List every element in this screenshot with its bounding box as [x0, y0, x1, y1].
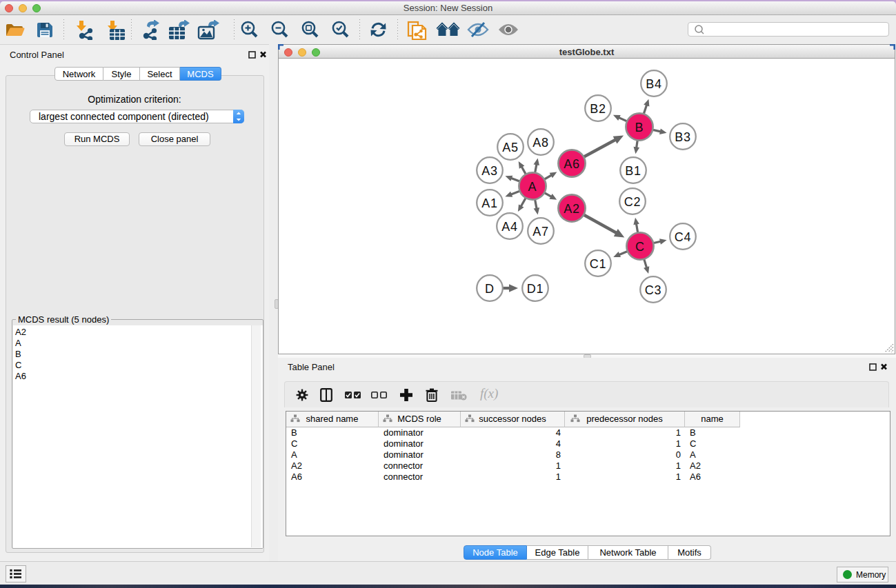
- svg-text:B3: B3: [675, 130, 691, 144]
- svg-text:C3: C3: [645, 283, 662, 297]
- svg-text:A6: A6: [564, 157, 580, 171]
- svg-text:A7: A7: [532, 225, 549, 239]
- svg-text:C2: C2: [624, 195, 641, 209]
- svg-text:A: A: [528, 180, 537, 194]
- svg-text:B2: B2: [590, 102, 606, 116]
- svg-text:C4: C4: [675, 230, 692, 244]
- svg-text:A8: A8: [532, 136, 549, 150]
- svg-text:A3: A3: [481, 164, 498, 178]
- svg-text:B: B: [635, 121, 644, 134]
- svg-text:D: D: [485, 282, 495, 296]
- svg-text:C: C: [635, 240, 645, 254]
- svg-text:C1: C1: [590, 257, 607, 271]
- svg-text:B1: B1: [625, 164, 641, 178]
- svg-text:A5: A5: [502, 141, 519, 154]
- svg-text:B4: B4: [646, 77, 662, 91]
- svg-text:A1: A1: [481, 196, 498, 210]
- svg-text:D1: D1: [527, 282, 544, 296]
- svg-text:A4: A4: [501, 220, 518, 234]
- svg-text:A2: A2: [564, 202, 580, 216]
